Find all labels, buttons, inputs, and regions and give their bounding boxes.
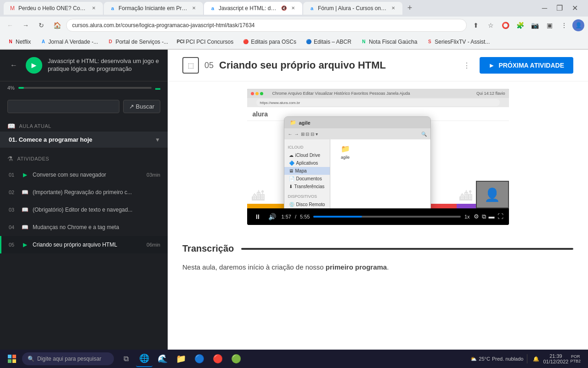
sidebar-back-button[interactable]: ← (7, 59, 20, 72)
tab-close-2[interactable]: ✕ (190, 5, 198, 12)
search-button[interactable]: ↗ Buscar (123, 100, 160, 113)
file-documents[interactable]: 📄 Documentos (284, 175, 330, 183)
opera-icon[interactable]: ⭕ (499, 19, 512, 32)
notification-icon[interactable]: 🔔 (531, 356, 541, 362)
more-icon[interactable]: ⋮ (558, 19, 571, 32)
toolbar-back-icon[interactable]: ← (288, 132, 293, 137)
bookmark-nota[interactable]: N Nota Fiscal Gaúcha (357, 38, 421, 46)
browser-tab-3[interactable]: a Javascript e HTML: desenvolv... 🔇 ✕ (204, 2, 302, 15)
file-item-agile[interactable]: 📁 agile (334, 141, 357, 161)
tab-favicon-3: a (209, 5, 216, 12)
taskbar-app1[interactable]: 🔴 (209, 351, 226, 367)
minimize-button[interactable]: ─ (539, 3, 550, 13)
file-item-label: agile (341, 155, 350, 160)
edge-icon: 🌊 (158, 354, 168, 364)
desktop-icon: 🖥 (289, 168, 294, 173)
restore-button[interactable]: ❐ (554, 3, 565, 13)
bookmark-jornal[interactable]: A Jornal A Verdade -... (36, 38, 102, 46)
file-dialog[interactable]: 📁 agile ← → ⊞ ⊟ ⊟ ▾ 🔍 (284, 116, 431, 208)
reload-button[interactable]: ↻ (35, 19, 48, 32)
fullscreen-icon[interactable]: ⛶ (498, 213, 503, 220)
activity-title-3: (Obrigatório) Editor de texto e navegad.… (33, 207, 157, 213)
bookmark-favicon-nota: N (361, 39, 367, 45)
file-mapa[interactable]: 🖥 Mapa (284, 167, 330, 175)
search-box[interactable]: 🔍 (421, 132, 427, 137)
taskbar-search[interactable]: 🔍 Digite aqui para pesquisar (22, 352, 114, 365)
total-time: 5:55 (300, 214, 310, 219)
video-progress-bar[interactable] (313, 216, 460, 218)
bookmark-portal[interactable]: D Portal de Serviços -... (103, 38, 172, 46)
activity-num-2: 02 (9, 190, 17, 195)
start-button[interactable] (4, 351, 20, 367)
profile-icon[interactable]: 👤 (572, 19, 584, 31)
file-disco-remoto[interactable]: 💿 Disco Remoto (284, 201, 330, 208)
taskbar-app2[interactable]: 🟢 (228, 351, 244, 367)
file-downloads[interactable]: ⬇ Transferências (284, 183, 330, 190)
tab-close-3[interactable]: ✕ (289, 5, 297, 12)
speed-button[interactable]: 1x (464, 214, 470, 219)
video-extra-controls: ⚙ ⧉ ▬ ⛶ (474, 213, 503, 220)
chapter-item-1[interactable]: 01. Comece a programar hoje ▼ (0, 132, 168, 148)
sidebar-icon[interactable]: ▣ (543, 19, 556, 32)
settings-icon[interactable]: ⚙ (474, 213, 479, 220)
book-icon-4: 📖 (21, 223, 29, 231)
screenshot-icon[interactable]: 📷 (528, 19, 541, 32)
activity-item-3[interactable]: 03 📖 (Obrigatório) Editor de texto e nav… (0, 201, 168, 218)
address-text: cursos.alura.com.br/course/logica-progra… (72, 22, 255, 29)
bookmark-netflix[interactable]: N Netflix (4, 38, 34, 46)
browser-tab-4[interactable]: a Fórum | Alura - Cursos online de... ✕ (303, 2, 402, 15)
search-input[interactable] (7, 100, 119, 113)
activity-item-1[interactable]: 01 ▶ Converse com seu navegador 03min (0, 166, 168, 184)
share-icon[interactable]: ⬆ (469, 19, 482, 32)
app1-icon: 🔴 (213, 354, 223, 364)
back-button[interactable]: ← (4, 19, 17, 32)
close-button[interactable]: ✕ (569, 3, 581, 13)
sidebar-logo: ► (26, 57, 42, 74)
home-button[interactable]: 🏠 (51, 19, 63, 32)
lesson-title-area: ⬚ 05 Criando seu próprio arquivo HTML (182, 57, 386, 74)
bookmark-pci[interactable]: PCI PCI PCI Concursos (174, 38, 237, 46)
tab-close-4[interactable]: ✕ (390, 5, 397, 12)
next-activity-button[interactable]: ► PRÓXIMA ATIVIDADE (480, 57, 573, 74)
browser-tab-1[interactable]: M Perdeu o Hello ONE? Conheça a... ✕ (4, 2, 103, 15)
transcript-divider (241, 248, 573, 250)
keyboard-layout[interactable]: POR PTB2 (570, 354, 581, 363)
volume-button[interactable]: 🔊 (266, 212, 278, 221)
activity-item-4[interactable]: 04 📖 Mudanças no Chrome e a tag meta (0, 218, 168, 236)
address-input[interactable]: cursos.alura.com.br/course/logica-progra… (66, 19, 467, 32)
bookmark-icon[interactable]: ☆ (484, 19, 497, 32)
taskbar-clock[interactable]: 21:39 01/12/2022 (543, 353, 568, 364)
video-player[interactable]: Chrome Arquivo Editar Visualizar Históri… (247, 89, 509, 225)
more-options-button[interactable]: ⋮ (459, 58, 474, 73)
video-traffic-lights (251, 92, 263, 95)
toolbar-forward-icon[interactable]: → (294, 132, 299, 137)
bookmark-label-series: SeriesFlixTV - Assist... (435, 39, 490, 45)
activity-item-2[interactable]: 02 📖 (Importante) Regravação do primeiro… (0, 184, 168, 201)
bookmark-editais1[interactable]: 🔴 Editais para OSCs (239, 38, 300, 46)
forward-button[interactable]: → (19, 19, 32, 32)
video-url-bar: https://www.alura.com.br (256, 99, 500, 106)
pause-button[interactable]: ⏸ (253, 212, 263, 221)
theater-icon[interactable]: ▬ (489, 213, 495, 220)
taskbar-files[interactable]: 📁 (173, 351, 189, 367)
extensions-icon[interactable]: 🧩 (514, 19, 526, 32)
new-tab-button[interactable]: + (403, 2, 416, 15)
file-icloud-drive[interactable]: ☁ iCloud Drive (284, 151, 330, 159)
pip-icon[interactable]: ⧉ (482, 213, 486, 220)
browser-tab-2[interactable]: a Formação Iniciante em Programa... ✕ (104, 2, 203, 15)
taskbar-weather[interactable]: ⛅ 25°C Pred. nublado (470, 356, 523, 362)
toolbar-view-icons[interactable]: ⊞ ⊟ ⊟ ▾ (301, 132, 318, 137)
file-applications[interactable]: 🔷 Aplicativos (284, 159, 330, 167)
taskbar-task-view[interactable]: ⧉ (118, 351, 134, 367)
bookmark-editais2[interactable]: 🔵 Editais – ABCR (302, 38, 355, 46)
bookmark-series[interactable]: S SeriesFlixTV - Assist... (423, 38, 493, 46)
activity-item-5[interactable]: 05 ▶ Criando seu próprio arquivo HTML 06… (0, 236, 168, 253)
taskbar-chrome[interactable]: 🌐 (136, 351, 153, 367)
play-icon-1: ▶ (21, 171, 29, 179)
taskbar-browser2[interactable]: 🔵 (191, 351, 208, 367)
bookmark-label-editais2: Editais – ABCR (314, 39, 351, 45)
file-main-area[interactable]: 📁 agile (330, 139, 430, 208)
progress-bar-fill (18, 87, 24, 89)
taskbar-edge[interactable]: 🌊 (154, 351, 171, 367)
tab-close-1[interactable]: ✕ (90, 5, 97, 12)
